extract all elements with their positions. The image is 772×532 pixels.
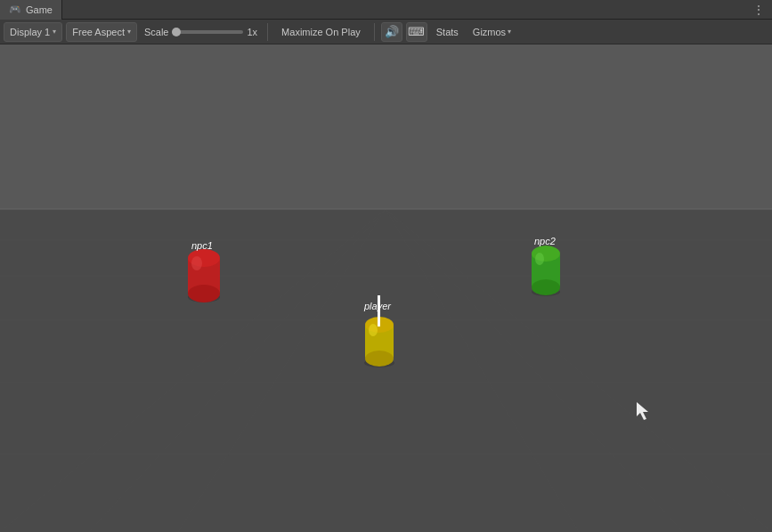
svg-rect-15: [0, 44, 772, 209]
gizmos-button[interactable]: Gizmos ▾: [467, 22, 516, 42]
scale-label: Scale: [144, 27, 169, 37]
aspect-label: Free Aspect: [72, 27, 125, 37]
svg-text:player: player: [363, 301, 392, 311]
separator-1: [267, 23, 268, 41]
display-dropdown[interactable]: Display 1 ▾: [4, 22, 62, 42]
scale-slider-thumb: [172, 28, 181, 36]
scale-value: 1x: [247, 27, 257, 37]
svg-point-26: [535, 253, 544, 265]
game-viewport[interactable]: npc1 npc2 player: [0, 44, 772, 532]
gizmos-arrow: ▾: [508, 28, 511, 36]
svg-point-20: [188, 285, 220, 302]
game-tab[interactable]: 🎮 Game: [0, 0, 62, 20]
svg-point-31: [369, 324, 378, 336]
aspect-dropdown[interactable]: Free Aspect ▾: [66, 22, 137, 42]
svg-text:npc2: npc2: [534, 236, 556, 246]
audio-button[interactable]: 🔊: [381, 22, 402, 42]
scene-svg: npc1 npc2 player: [0, 44, 772, 532]
maximize-label: Maximize On Play: [281, 27, 361, 37]
stats-label: Stats: [436, 27, 459, 37]
display-label: Display 1: [10, 27, 50, 37]
tab-bar: 🎮 Game ⋮: [0, 0, 772, 20]
svg-point-21: [191, 256, 202, 270]
display-dropdown-arrow: ▾: [53, 28, 56, 36]
keyboard-button[interactable]: ⌨: [406, 22, 427, 42]
scale-section: Scale 1x: [141, 27, 261, 37]
gizmos-label: Gizmos: [473, 27, 506, 37]
game-icon: 🎮: [9, 4, 21, 15]
separator-2: [374, 23, 375, 41]
svg-text:npc1: npc1: [191, 240, 213, 251]
stats-button[interactable]: Stats: [431, 22, 464, 42]
svg-marker-2: [0, 209, 772, 532]
tab-label: Game: [26, 4, 53, 15]
toolbar: Display 1 ▾ Free Aspect ▾ Scale 1x Maxim…: [0, 20, 772, 44]
svg-point-30: [365, 351, 394, 367]
tab-menu-dots[interactable]: ⋮: [752, 3, 772, 17]
maximize-on-play-button[interactable]: Maximize On Play: [274, 22, 368, 42]
svg-point-25: [532, 279, 560, 295]
scale-slider[interactable]: [172, 30, 243, 34]
aspect-dropdown-arrow: ▾: [127, 28, 131, 36]
audio-icon: 🔊: [385, 25, 399, 38]
keyboard-icon: ⌨: [408, 25, 425, 38]
